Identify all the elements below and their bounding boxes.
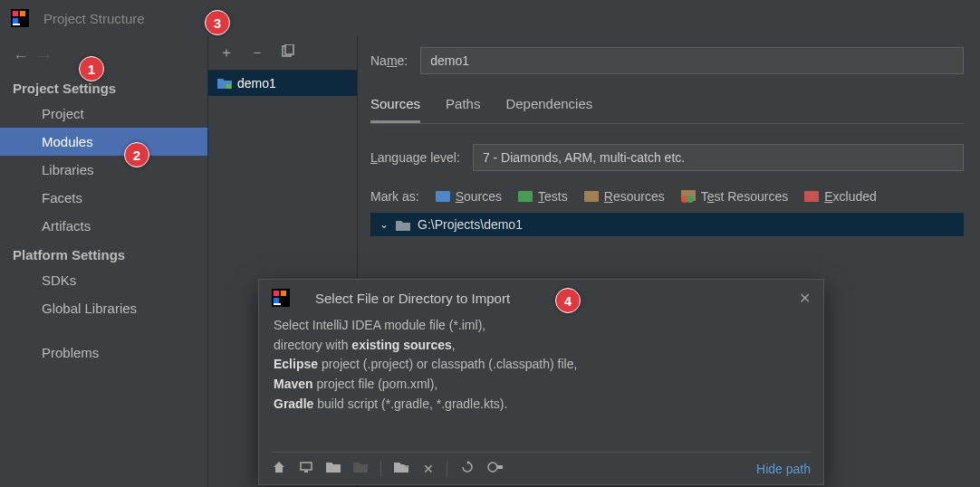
- mark-as-label: Mark as:: [370, 189, 419, 204]
- hide-path-link[interactable]: Hide path: [756, 462, 811, 476]
- svg-point-10: [687, 196, 694, 203]
- remove-module-icon[interactable]: －: [250, 43, 264, 62]
- folder-icon: [396, 219, 410, 231]
- svg-rect-16: [301, 463, 312, 470]
- svg-rect-1: [13, 11, 18, 16]
- refresh-icon[interactable]: [460, 460, 475, 477]
- delete-icon[interactable]: ✕: [423, 462, 434, 476]
- callout-badge: 1: [79, 56, 104, 81]
- svg-rect-2: [20, 11, 25, 16]
- new-folder-icon[interactable]: +: [394, 461, 410, 476]
- platform-settings-header: Platform Settings: [0, 240, 207, 266]
- sidebar-item-libraries[interactable]: Libraries: [0, 156, 207, 184]
- chevron-down-icon: ⌄: [380, 218, 389, 231]
- test-resources-icon: [681, 190, 696, 203]
- language-level-select[interactable]: [473, 144, 964, 171]
- mark-test-resources-button[interactable]: Test Resources: [681, 189, 789, 204]
- svg-rect-4: [13, 24, 20, 25]
- sidebar-item-facets[interactable]: Facets: [0, 184, 207, 212]
- import-dialog: Select File or Directory to Import ✕ Sel…: [258, 279, 824, 485]
- tab-dependencies[interactable]: Dependencies: [505, 96, 592, 123]
- callout-badge: 4: [555, 288, 581, 313]
- svg-point-19: [488, 463, 497, 472]
- mark-resources-button[interactable]: Resources: [584, 189, 665, 204]
- callout-badge: 2: [124, 142, 149, 167]
- back-arrow-icon[interactable]: ←: [13, 47, 29, 66]
- svg-rect-7: [226, 84, 231, 89]
- callout-badge: 3: [205, 10, 230, 35]
- sidebar-item-modules[interactable]: Modules: [0, 128, 207, 156]
- content-root-path: G:\Projects\demo1: [418, 217, 523, 232]
- tab-sources[interactable]: Sources: [370, 96, 420, 123]
- svg-rect-6: [285, 44, 293, 54]
- forward-arrow-icon[interactable]: →: [36, 47, 53, 66]
- sidebar-item-sdks[interactable]: SDKs: [0, 266, 207, 294]
- dialog-body: Select IntelliJ IDEA module file (*.iml)…: [259, 316, 823, 414]
- module-item[interactable]: demo1: [208, 71, 357, 96]
- window-title: Project Structure: [43, 11, 145, 26]
- dialog-line: directory with existing sources,: [274, 336, 809, 356]
- module-name-input[interactable]: [420, 47, 964, 74]
- project-settings-header: Project Settings: [0, 73, 207, 100]
- sidebar-item-global-libraries[interactable]: Global Libraries: [0, 294, 207, 322]
- home-icon[interactable]: [272, 460, 286, 477]
- show-hidden-icon[interactable]: [487, 460, 504, 477]
- dialog-line: Maven project file (pom.xml),: [274, 375, 809, 395]
- module-folder-icon: [217, 77, 232, 90]
- svg-rect-13: [281, 291, 286, 296]
- mark-excluded-button[interactable]: Excluded: [804, 189, 877, 204]
- sidebar-item-problems[interactable]: Problems: [0, 339, 207, 367]
- project-folder-icon[interactable]: [326, 461, 341, 476]
- separator: [380, 461, 381, 477]
- dialog-line: Gradle build script (*.gradle, *.gradle.…: [274, 395, 809, 415]
- svg-rect-20: [497, 465, 503, 469]
- desktop-icon[interactable]: [299, 460, 313, 477]
- sidebar: ← → Project Settings Project Modules Lib…: [0, 36, 208, 487]
- sidebar-item-artifacts[interactable]: Artifacts: [0, 212, 207, 240]
- close-icon[interactable]: ✕: [799, 290, 811, 307]
- svg-rect-3: [13, 18, 18, 24]
- intellij-logo-icon: [272, 289, 290, 307]
- add-module-icon[interactable]: ＋: [219, 43, 234, 62]
- content-root-row[interactable]: ⌄ G:\Projects\demo1: [370, 213, 964, 236]
- language-level-label: Language level:: [370, 150, 460, 165]
- svg-rect-14: [274, 298, 279, 303]
- tab-paths[interactable]: Paths: [446, 96, 480, 123]
- mark-tests-button[interactable]: Tests: [518, 189, 568, 204]
- dialog-title: Select File or Directory to Import: [315, 291, 788, 306]
- copy-module-icon[interactable]: [281, 44, 295, 62]
- svg-rect-17: [304, 471, 308, 473]
- separator: [447, 461, 447, 477]
- name-label: Name:: [370, 53, 408, 68]
- svg-rect-12: [274, 291, 279, 296]
- mark-sources-button[interactable]: Sources: [436, 189, 502, 204]
- dialog-line: Eclipse project (.project) or classpath …: [274, 355, 809, 375]
- intellij-logo-icon: [11, 9, 29, 27]
- svg-rect-15: [274, 303, 281, 305]
- svg-text:+: +: [404, 461, 409, 470]
- sidebar-item-project[interactable]: Project: [0, 100, 207, 128]
- dialog-line: Select IntelliJ IDEA module file (*.iml)…: [274, 316, 809, 336]
- module-folder-icon[interactable]: [353, 461, 368, 476]
- module-name-label: demo1: [237, 76, 276, 91]
